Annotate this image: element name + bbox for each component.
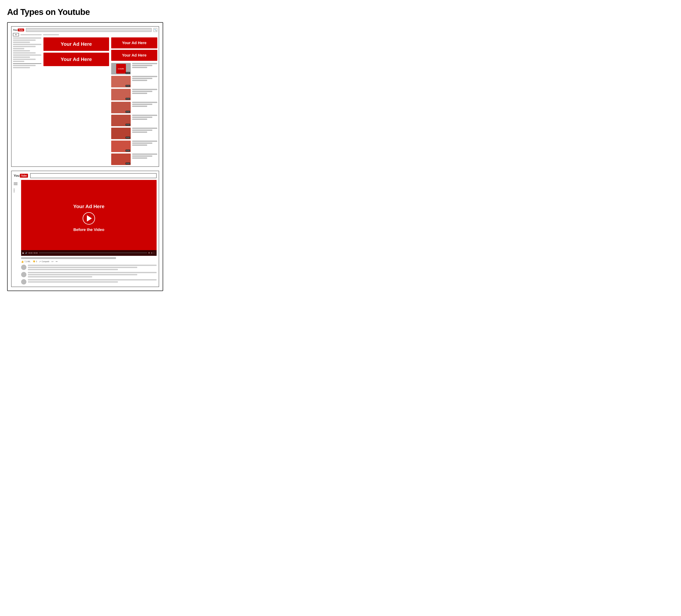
right-video-item: 00:00	[111, 154, 157, 165]
dot-icon	[14, 190, 15, 191]
top-content-area: Your Ad Here Your Ad Here Your Ad Here Y…	[13, 37, 157, 165]
right-banner-ad-2[interactable]: Your Ad Here	[111, 50, 157, 61]
meta-line	[132, 65, 152, 66]
sidebar-line	[13, 44, 41, 45]
video-duration: 00:00	[126, 162, 130, 164]
meta-line	[132, 119, 147, 120]
meta-line	[132, 80, 147, 81]
comment-row	[21, 272, 157, 277]
sidebar-line	[13, 40, 36, 41]
play-icon[interactable]: ▶	[23, 252, 24, 254]
right-video-item: 00:00	[111, 140, 157, 152]
like-count: 7,1-MIL	[24, 261, 30, 262]
video-meta	[132, 140, 157, 146]
filter-button[interactable]: ▼	[13, 33, 19, 36]
video-thumbnail[interactable]: 00:00	[111, 154, 131, 165]
meta-line	[132, 106, 147, 107]
logo-tube: Tube	[18, 29, 24, 31]
video-thumbnail[interactable]: 00:00	[111, 89, 131, 100]
filter-line-1	[20, 34, 42, 35]
miniplayer-icon[interactable]: ⊡	[151, 252, 152, 254]
meta-line	[132, 115, 157, 116]
avatar	[21, 265, 26, 270]
video-page-content: Your Ad Here Before the Video ▶ 🔊 00:00 …	[14, 180, 157, 284]
meta-line	[132, 128, 157, 129]
volume-icon[interactable]: 🔊	[25, 252, 27, 254]
sidebar-line	[13, 56, 30, 58]
youtube-logo-video: You Tube	[14, 174, 28, 178]
player-controls-right: ⚙ ⊡ ⛶	[148, 252, 155, 254]
sidebar-line	[13, 52, 36, 54]
video-player-inner: Your Ad Here Before the Video	[21, 180, 157, 256]
fullscreen-icon[interactable]: ⛶	[153, 252, 155, 254]
video-title-line	[21, 257, 116, 259]
thumbs-down-icon: 👎	[33, 260, 35, 263]
comment-line	[28, 281, 118, 283]
meta-line	[132, 63, 157, 64]
right-video-item: 00:00	[111, 102, 157, 113]
top-banner-ad-1[interactable]: Your Ad Here	[44, 37, 109, 51]
video-thumbnail[interactable]: 00:00	[111, 102, 131, 113]
filter-bar: ▼	[13, 33, 157, 36]
browser-header: You Tube 🔍	[13, 28, 157, 32]
sidebar-line	[13, 59, 36, 60]
comment-line	[28, 272, 157, 273]
youtube-logo-top: You Tube	[13, 29, 24, 31]
video-stats-row: 👍 7,1-MIL 👎 0 ↗ Compartir ≡+	[21, 260, 157, 263]
video-thumbnail[interactable]: 00:00	[111, 115, 131, 126]
progress-bar[interactable]	[39, 253, 147, 253]
video-meta	[132, 76, 157, 81]
dot-icon	[14, 191, 15, 192]
video-thumbnail[interactable]: 00:00	[111, 76, 131, 87]
video-duration: 00:00	[126, 137, 130, 138]
meta-line	[132, 143, 152, 144]
save-stat[interactable]: ≡+	[51, 261, 54, 262]
top-banner-ad-2[interactable]: Your Ad Here	[44, 53, 109, 66]
video-duration: 00:00	[126, 150, 130, 152]
video-duration: 00:00	[126, 98, 130, 100]
meta-line	[132, 102, 157, 103]
video-controls: ▶ 🔊 00:00 / 00:00 ⚙ ⊡ ⛶	[21, 250, 157, 256]
video-time: 00:00 / 00:00	[28, 252, 38, 254]
search-bar-video[interactable]	[30, 173, 157, 178]
search-icon[interactable]: 🔍	[153, 28, 157, 32]
video-thumbnail[interactable]: 00:00	[111, 128, 131, 139]
video-duration: 00:00	[126, 72, 130, 74]
right-video-item: 00:00	[111, 76, 157, 87]
meta-line	[132, 89, 157, 90]
video-info: 👍 7,1-MIL 👎 0 ↗ Compartir ≡+	[21, 257, 157, 284]
video-sidebar-left	[14, 180, 19, 284]
video-duration: 00:00	[126, 85, 130, 87]
right-video-item: 00:00	[111, 115, 157, 126]
meta-line	[132, 157, 147, 159]
meta-line	[132, 104, 152, 105]
play-button[interactable]	[83, 212, 95, 225]
video-duration: 00:00	[126, 124, 130, 126]
video-thumbnail[interactable]: e-studio 00:00	[111, 63, 131, 74]
video-thumbnail[interactable]: 00:00	[111, 140, 131, 152]
hamburger-icon[interactable]	[14, 182, 19, 185]
more-stat[interactable]: •••	[56, 261, 58, 262]
meta-line	[132, 145, 147, 146]
meta-line	[132, 76, 157, 77]
search-bar-top[interactable]	[26, 28, 152, 32]
meta-line	[132, 154, 157, 155]
share-label: Compartir	[42, 261, 49, 262]
comment-line	[28, 279, 157, 280]
settings-icon[interactable]: ⚙	[148, 252, 150, 254]
share-stat[interactable]: ↗ Compartir	[39, 260, 49, 263]
meta-line	[132, 78, 152, 79]
video-meta	[132, 63, 157, 68]
sidebar-lines-2	[13, 65, 41, 68]
sidebar-line	[13, 61, 24, 62]
video-player[interactable]: Your Ad Here Before the Video ▶ 🔊 00:00 …	[21, 180, 157, 256]
like-stat[interactable]: 👍 7,1-MIL	[21, 260, 30, 263]
dislike-stat[interactable]: 👎 0	[33, 260, 37, 263]
right-banner-ad-1[interactable]: Your Ad Here	[111, 37, 157, 48]
right-video-item: e-studio 00:00	[111, 63, 157, 74]
sidebar-line	[13, 37, 41, 38]
meta-line	[132, 67, 147, 68]
logo-tube-large: Tube	[20, 174, 28, 178]
dot-icon	[14, 188, 15, 189]
right-video-list: e-studio 00:00	[111, 63, 157, 165]
